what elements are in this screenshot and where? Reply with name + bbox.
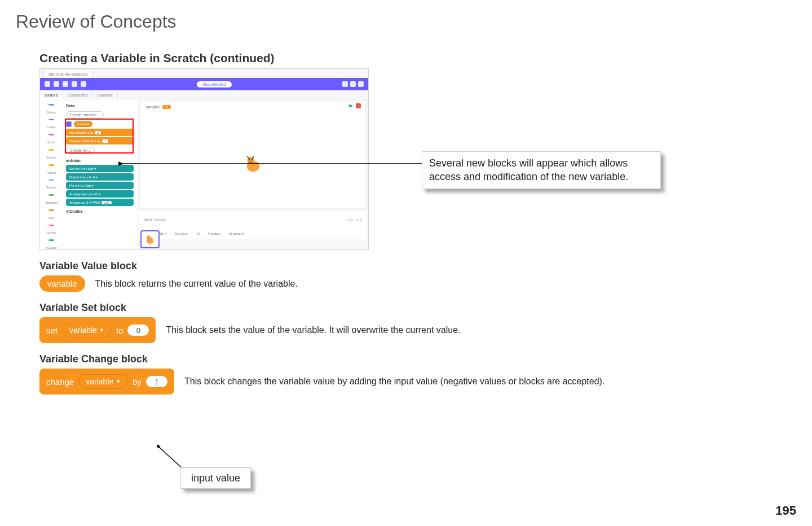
stop-icon: [356, 103, 361, 108]
redo-icon: [81, 81, 86, 87]
sprite-thumbnail: [140, 230, 160, 248]
settings-icon: [358, 81, 364, 87]
sprite-info-row: Sprite Sprite1 ↔ x 0 ↕ y 0: [139, 210, 366, 228]
zoom-icon: [342, 81, 348, 87]
vsb-heading: Variable Set block: [39, 302, 796, 314]
scratch-cat-icon: [243, 154, 263, 174]
save-icon: [63, 81, 68, 87]
palette-data-heading: Data: [66, 104, 134, 108]
page: Review of Concepts Creating a Variable i…: [0, 0, 812, 526]
pinis-block: Pin 0 ▾ is High ▾: [66, 182, 134, 189]
variable-dropdown: variable▼: [78, 374, 128, 389]
apin-block: Analog pin 3 ▾ PWM100: [66, 199, 134, 206]
vsb-row: set variable▼ to 0 This block sets the v…: [39, 317, 796, 343]
file-icon: [45, 81, 50, 87]
events-dot: [48, 149, 54, 151]
vsb-desc: This block sets the value of the variabl…: [166, 325, 460, 335]
undo-icon: [72, 81, 77, 87]
category-column: Motion Looks Sound Events Control Sensin…: [40, 100, 63, 249]
variable-set-block: set variable▼ to 0: [39, 317, 156, 343]
vcb-desc: This block changes the variable value by…: [184, 376, 604, 387]
create-variable-btn: Create variable...: [66, 111, 104, 119]
looks-dot: [48, 119, 54, 121]
sprite-info-row-2: Show◉ ⦵ Direction90 Rotationall around: [139, 228, 366, 239]
green-flag-icon: ⚑: [348, 103, 353, 109]
variable-change-block: change variable▼ by 1: [39, 369, 174, 394]
palette-mcookie-heading: mCookie: [66, 209, 134, 213]
window-tab: microduino-desktop: [43, 69, 93, 78]
setpin-block: Set pin 0 ▾ High ▾: [66, 165, 134, 172]
palette-arduino-heading: arduino: [66, 159, 134, 163]
vvb-desc: This block returns the current value of …: [95, 279, 298, 289]
svg-point-5: [147, 235, 151, 239]
callout-new-blocks: Several new blocks will appear which all…: [422, 151, 661, 189]
tab-sounds: Sounds: [93, 90, 118, 100]
page-number: 195: [775, 503, 796, 518]
toolbar-right: [342, 81, 364, 87]
chevron-down-icon: ▼: [99, 327, 104, 333]
connection-status: disconnected: [197, 81, 231, 87]
sound-dot: [48, 134, 54, 135]
vvb-row: variable This block returns the current …: [39, 275, 796, 292]
chevron-down-icon: ▼: [116, 379, 121, 384]
change-value-input: 1: [146, 376, 167, 387]
svg-point-2: [249, 159, 250, 160]
sensing-dot: [48, 179, 54, 181]
data-dot: [48, 209, 54, 211]
svg-point-3: [251, 159, 253, 160]
tab-costumes: Costumes: [63, 90, 93, 100]
set-value-input: 0: [127, 325, 149, 336]
aread-block: Analog read pin A0 ▾: [66, 190, 134, 198]
arduino-dot: [48, 225, 54, 226]
tab-blocks: Blocks: [40, 90, 63, 100]
vcb-row: change variable▼ by 1 This block changes…: [39, 369, 796, 394]
callout-input-value: input value: [180, 467, 251, 489]
folder-icon: [54, 81, 59, 87]
editor-tabs: Blocks Costumes Sounds: [40, 90, 118, 100]
mcookie-dot: [48, 239, 54, 241]
vvb-heading: Variable Value block: [39, 260, 796, 272]
operators-dot: [48, 194, 54, 196]
variable-dropdown: variable▼: [62, 323, 112, 337]
highlight-box: [65, 119, 134, 154]
stage-variable-hud: variable 0: [146, 105, 171, 109]
scratch-screenshot: microduino-desktop disconnected Blocks C…: [39, 68, 369, 250]
vcb-heading: Variable Change block: [39, 353, 796, 365]
fullscreen-icon: [350, 81, 356, 87]
page-title: Review of Concepts: [16, 11, 796, 32]
section-heading: Creating a Variable in Scratch (continue…: [39, 51, 796, 65]
app-toolbar: disconnected: [40, 78, 368, 90]
control-dot: [48, 164, 54, 166]
dread-block: Digital read pin 0 ▾: [66, 173, 134, 181]
motion-dot: [48, 104, 54, 106]
variable-value-block: variable: [39, 275, 85, 292]
toolbar-left: [45, 81, 86, 87]
